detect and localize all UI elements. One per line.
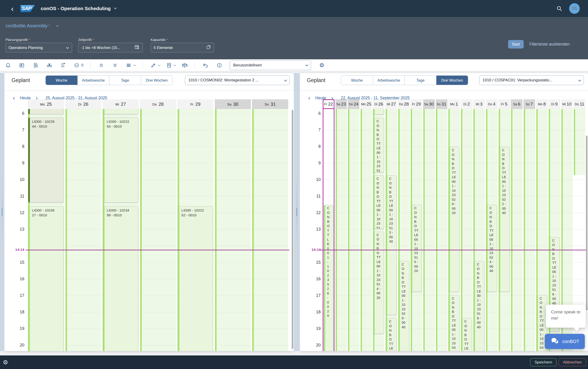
- day-header[interactable]: Di26: [373, 99, 384, 109]
- info-icon[interactable]: [216, 62, 222, 68]
- day-header[interactable]: Sa6: [511, 99, 522, 109]
- edit-icon[interactable]: [150, 62, 157, 68]
- day-header[interactable]: Sa23: [335, 99, 347, 109]
- day-header[interactable]: So31: [252, 99, 288, 109]
- day-header[interactable]: Do11: [574, 99, 585, 109]
- expand-all-icon[interactable]: [112, 62, 118, 68]
- binoculars-icon[interactable]: [46, 62, 52, 68]
- calendar-search-icon[interactable]: [134, 44, 140, 51]
- appointment[interactable]: CONBOTTLE001 - 1023515 - 0020: [411, 205, 422, 292]
- day-header[interactable]: Fr22: [323, 99, 334, 109]
- app-title[interactable]: conOS - Operation Scheduling: [41, 6, 111, 11]
- appointment[interactable]: CONBOTTLE001 - 1023522 - 0040: [499, 147, 510, 292]
- menu-chevron-down-icon[interactable]: [133, 63, 136, 66]
- appointment[interactable]: CONBOTTLE001 - 1023528 - 0020: [449, 147, 459, 292]
- appointment[interactable]: CONBOTTLE001 - 1023530 - 0020: [449, 295, 459, 351]
- appointment[interactable]: CONBOTTLE001 - 1023510 - 0020: [373, 118, 384, 173]
- appointment[interactable]: CONBOTTLE001 - 1023514 - 0020: [373, 232, 384, 334]
- day-header[interactable]: Do28: [398, 99, 410, 109]
- checklist-icon[interactable]: [166, 62, 172, 68]
- tab-arbeitswoche[interactable]: Arbeitswoche: [373, 76, 404, 85]
- avatar[interactable]: SS: [569, 3, 580, 14]
- appointment[interactable]: [373, 109, 384, 114]
- appointment[interactable]: CONBOTTLE001 - 1023518 - 0040: [474, 261, 484, 351]
- start-button[interactable]: Start: [508, 40, 524, 49]
- planungsprofil-select[interactable]: Operations Planning: [6, 43, 72, 52]
- tab-woche[interactable]: Woche: [46, 76, 78, 85]
- appointment[interactable]: CONBOTTLE001 - 1023511 - 0020: [373, 175, 384, 229]
- statistics-icon[interactable]: [60, 62, 66, 68]
- day-header[interactable]: Mi3: [473, 99, 485, 109]
- appointment[interactable]: CONBOTTLE001 - 1023524 - 0040: [486, 205, 497, 292]
- day-header[interactable]: So7: [523, 99, 535, 109]
- day-header[interactable]: Mi27: [385, 99, 397, 109]
- day-header[interactable]: Di26: [65, 99, 101, 109]
- resource-select[interactable]: 1010 / COSPAC01: Verpackungsstatio...: [479, 75, 584, 85]
- undo-icon[interactable]: [203, 62, 209, 68]
- appointment[interactable]: LID00 - 1022254 - 0010: [103, 117, 138, 203]
- day-header[interactable]: Do4: [486, 99, 498, 109]
- day-header[interactable]: Sa30: [423, 99, 435, 109]
- day-header[interactable]: Fr29: [411, 99, 422, 109]
- center-splitter-handle[interactable]: [294, 73, 300, 351]
- value-help-icon[interactable]: [206, 45, 211, 51]
- vertical-scrollbar[interactable]: [292, 110, 293, 349]
- variant-management-select[interactable]: Benutzerdefiniert: [230, 61, 311, 70]
- app-title-chevron-down-icon[interactable]: [114, 6, 117, 9]
- search-icon[interactable]: [556, 5, 563, 12]
- day-header[interactable]: Di9: [549, 99, 560, 109]
- bell-icon[interactable]: [5, 62, 11, 68]
- variant-selector[interactable]: conBottle Assembly*: [6, 23, 58, 29]
- edit-chevron-down-icon[interactable]: [158, 63, 160, 66]
- appointment[interactable]: LID00 - 1023499 - 0010: [103, 206, 138, 351]
- appointment[interactable]: CONBOTTLE001 - 1023529 - 0040: [399, 261, 409, 351]
- document-search-icon[interactable]: [33, 62, 39, 68]
- footer-settings-gear-icon[interactable]: ⚙: [3, 359, 8, 365]
- appointment[interactable]: [103, 109, 138, 114]
- save-button[interactable]: Speichern: [530, 358, 557, 366]
- tab-drei-wochen[interactable]: Drei Wochen: [141, 76, 173, 85]
- back-icon[interactable]: ‹: [11, 5, 14, 12]
- tab-tage[interactable]: Tage: [109, 76, 141, 85]
- left-splitter-handle[interactable]: [0, 73, 4, 351]
- exclude-zero-icon[interactable]: [74, 62, 80, 68]
- tab-woche[interactable]: Woche: [341, 76, 373, 85]
- day-header[interactable]: So31: [436, 99, 447, 109]
- day-header[interactable]: Di2: [461, 99, 472, 109]
- day-header[interactable]: Do28: [140, 99, 176, 109]
- vertical-scrollbar[interactable]: [586, 136, 588, 310]
- menu-icon[interactable]: [126, 62, 132, 68]
- appointment[interactable]: LID00 - 1022944 - 0010: [28, 117, 64, 203]
- resource-select[interactable]: 1010 / COSMON02: Montagestation 2 ...: [185, 75, 290, 85]
- employee-icon[interactable]: [19, 62, 25, 68]
- day-header[interactable]: Mi27: [102, 99, 139, 109]
- collapse-all-icon[interactable]: [98, 62, 104, 68]
- settings-gear-icon[interactable]: ⚙: [319, 62, 325, 68]
- day-header[interactable]: Mo1: [448, 99, 460, 109]
- appointment[interactable]: CONBOTTLE001 - 1023520 - 0040: [386, 318, 397, 351]
- kapazitaet-input[interactable]: 5 Elemente: [151, 43, 214, 52]
- day-header[interactable]: Mi10: [561, 99, 573, 109]
- appointment[interactable]: CONBOTTLE001 - 1023513 - 0040: [386, 175, 397, 315]
- chatbot-button[interactable]: conBOT: [545, 334, 585, 349]
- compare-scales-icon[interactable]: [182, 62, 188, 68]
- variant-chevron-down-icon[interactable]: [56, 24, 59, 27]
- tab-drei-wochen[interactable]: Drei Wochen: [436, 76, 468, 85]
- cancel-button[interactable]: Abbrechen: [559, 358, 586, 366]
- day-header[interactable]: Fr29: [177, 99, 214, 109]
- day-header[interactable]: So24: [348, 99, 360, 109]
- day-header[interactable]: Mo8: [536, 99, 548, 109]
- day-header[interactable]: Mo25: [360, 99, 372, 109]
- checklist-chevron-down-icon[interactable]: [173, 63, 176, 66]
- appointment[interactable]: CONBOTTLE001 - 1023526 - 0020: [324, 205, 333, 351]
- zeitprofil-input[interactable]: -1 bis +8 Wochen (15...: [78, 43, 143, 52]
- appointment[interactable]: LID00 - 1023527 - 0010: [28, 206, 64, 351]
- appointment[interactable]: CONBOTTLE001 - 1023519 - 0040: [461, 318, 472, 351]
- tab-arbeitswoche[interactable]: Arbeitswoche: [78, 76, 109, 85]
- appointment[interactable]: LID00 - 1022252 - 0010: [178, 206, 213, 351]
- hide-filterbar-link[interactable]: Filterleiste ausblenden: [529, 42, 570, 47]
- appointment[interactable]: [28, 109, 64, 114]
- tab-tage[interactable]: Tage: [404, 76, 436, 85]
- day-header[interactable]: Mo25: [28, 99, 64, 109]
- day-header[interactable]: Sa30: [215, 99, 251, 109]
